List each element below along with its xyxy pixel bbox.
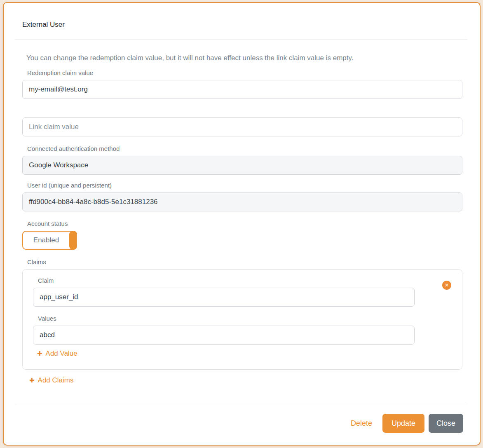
claim-name-label: Claim xyxy=(38,277,415,285)
claim-values-label: Values xyxy=(38,314,415,323)
auth-method-input xyxy=(22,156,462,175)
user-id-group: User id (unique and persistent) xyxy=(22,181,462,211)
plus-icon: ✚ xyxy=(29,378,35,384)
modal-body: You can change the redemption claim valu… xyxy=(4,40,480,385)
link-claim-group xyxy=(22,117,462,136)
modal-title: External User xyxy=(22,19,468,30)
claim-item: ✕ Claim Values ✚ Add Value xyxy=(22,269,462,370)
plus-icon: ✚ xyxy=(37,351,42,357)
times-circle-icon: ✕ xyxy=(445,283,449,288)
claims-group: Claims ✕ Claim Values ✚ Add Value ✚ Add … xyxy=(22,258,462,385)
add-value-label: Add Value xyxy=(46,349,77,358)
modal-header: External User xyxy=(4,3,480,30)
info-text: You can change the redemption claim valu… xyxy=(26,53,462,63)
auth-method-label: Connected authentication method xyxy=(27,145,462,153)
toggle-knob[interactable] xyxy=(69,231,77,250)
add-value-button[interactable]: ✚ Add Value xyxy=(37,349,77,358)
account-status-toggle[interactable]: Enabled xyxy=(22,231,77,250)
claims-label: Claims xyxy=(27,258,462,266)
delete-button[interactable]: Delete xyxy=(351,419,372,428)
auth-method-group: Connected authentication method xyxy=(22,145,462,175)
redemption-claim-input[interactable] xyxy=(22,80,462,99)
account-status-label: Account status xyxy=(27,220,462,228)
add-claims-label: Add Claims xyxy=(38,376,74,385)
user-id-input xyxy=(22,192,462,211)
close-button[interactable]: Close xyxy=(429,414,463,433)
update-button[interactable]: Update xyxy=(382,414,424,433)
redemption-claim-label: Redemption claim value xyxy=(27,69,462,77)
user-id-label: User id (unique and persistent) xyxy=(27,181,462,190)
toggle-state-label: Enabled xyxy=(33,236,59,244)
link-claim-input[interactable] xyxy=(22,117,462,136)
account-status-group: Account status Enabled xyxy=(22,220,462,250)
redemption-claim-group: Redemption claim value xyxy=(22,69,462,99)
claim-value-input[interactable] xyxy=(33,326,415,345)
add-claims-button[interactable]: ✚ Add Claims xyxy=(29,376,74,385)
external-user-modal: External User You can change the redempt… xyxy=(3,2,481,446)
remove-claim-button[interactable]: ✕ xyxy=(442,281,451,290)
modal-footer: Delete Update Close xyxy=(4,404,480,433)
claim-name-input[interactable] xyxy=(33,288,415,307)
